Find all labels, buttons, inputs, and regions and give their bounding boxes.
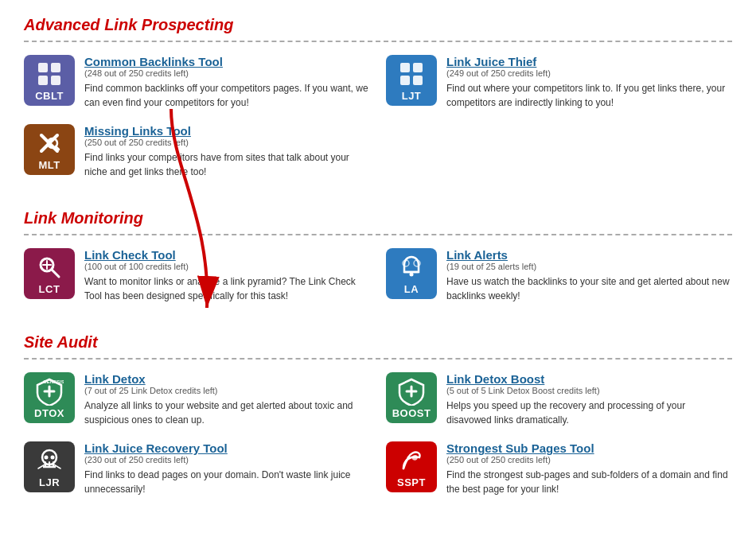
tool-item-ljr: LJR Link Juice Recovery Tool (230 out of… — [24, 441, 370, 496]
tool-title-mlt[interactable]: Missing Links Tool — [84, 124, 370, 138]
tool-credits-ljr: (230 out of 250 credits left) — [84, 455, 370, 465]
tool-title-lct[interactable]: Link Check Tool — [84, 248, 370, 262]
section-divider-lm — [24, 234, 732, 235]
tool-description-mlt: Find links your competitors have from si… — [84, 150, 370, 179]
tool-credits-ljt: (249 out of 250 credits left) — [446, 68, 732, 78]
svg-point-26 — [45, 455, 49, 459]
ljt-icon — [397, 60, 426, 88]
tool-credits-dtox: (7 out of 25 Link Detox credits left) — [84, 386, 370, 395]
tool-icon-boost[interactable]: BOOST — [386, 372, 437, 423]
svg-rect-6 — [400, 76, 410, 85]
section-divider-sa — [24, 358, 732, 360]
tool-item-lct: LCT Link Check Tool (100 out of 100 cred… — [24, 248, 370, 303]
tool-item-boost: BOOST Link Detox Boost (5 out of 5 Link … — [386, 372, 732, 427]
tool-icon-sspt[interactable]: SSPT — [386, 441, 437, 492]
boost-label: BOOST — [392, 407, 431, 419]
section-divider-alp — [24, 41, 732, 42]
tool-credits-cblt: (248 out of 250 credits left) — [84, 68, 370, 78]
sspt-icon — [397, 446, 426, 475]
la-icon — [397, 253, 426, 282]
tools-grid-sa: GENESIS DTOX Link Detox (7 out of 25 Lin… — [24, 372, 732, 511]
tool-content-lct: Link Check Tool (100 out of 100 credits … — [84, 248, 370, 303]
tool-content-la: Link Alerts (19 out of 25 alerts left) H… — [446, 248, 732, 303]
lm-relative-wrapper: LCT Link Check Tool (100 out of 100 cred… — [24, 248, 732, 317]
svg-text:GENESIS: GENESIS — [43, 379, 64, 384]
tool-icon-ljt[interactable]: LJT — [386, 55, 437, 106]
ljr-label: LJR — [39, 476, 60, 488]
section-title-sa: Site Audit — [24, 333, 732, 352]
sspt-label: SSPT — [397, 476, 426, 488]
tool-item-ljt: LJT Link Juice Thief (249 out of 250 cre… — [386, 55, 732, 110]
lct-label: LCT — [39, 283, 60, 295]
tool-icon-ljr[interactable]: LJR — [24, 441, 75, 492]
svg-rect-4 — [400, 63, 410, 72]
section-title-lm: Link Monitoring — [24, 209, 732, 227]
tool-description-la: Have us watch the backlinks to your site… — [446, 274, 732, 303]
tool-title-dtox[interactable]: Link Detox — [84, 372, 370, 386]
dtox-icon: GENESIS — [35, 377, 64, 406]
empty-cell-alp — [386, 124, 732, 193]
tool-content-boost: Link Detox Boost (5 out of 5 Link Detox … — [446, 372, 732, 427]
page-container: Advanced Link Prospecting CBLT Common Ba… — [0, 0, 756, 542]
mlt-label: MLT — [38, 159, 60, 171]
tool-content-ljt: Link Juice Thief (249 out of 250 credits… — [446, 55, 732, 110]
tool-description-ljr: Find links to dead pages on your domain.… — [84, 468, 370, 496]
tool-icon-lct[interactable]: LCT — [24, 248, 75, 299]
tool-credits-sspt: (250 out of 250 credits left) — [446, 455, 732, 465]
svg-line-14 — [52, 270, 59, 277]
tool-credits-lct: (100 out of 100 credits left) — [84, 262, 370, 271]
tool-item-sspt: SSPT Strongest Sub Pages Tool (250 out o… — [386, 441, 732, 496]
tool-title-cblt[interactable]: Common Backlinks Tool — [84, 55, 370, 68]
tool-content-dtox: Link Detox (7 out of 25 Link Detox credi… — [84, 372, 370, 427]
tool-description-ljt: Find out where your competitors link to.… — [446, 81, 732, 110]
tools-grid-lm: LCT Link Check Tool (100 out of 100 cred… — [24, 248, 732, 317]
la-label: LA — [404, 283, 419, 295]
tool-description-sspt: Find the strongest sub-pages and sub-fol… — [446, 468, 732, 496]
svg-rect-1 — [51, 63, 60, 72]
tool-icon-la[interactable]: LA — [386, 248, 437, 299]
svg-rect-7 — [413, 76, 423, 85]
mlt-icon — [35, 129, 64, 157]
tool-credits-la: (19 out of 25 alerts left) — [446, 262, 732, 271]
svg-rect-3 — [51, 76, 60, 85]
section-title-alp: Advanced Link Prospecting — [24, 16, 732, 34]
ljt-label: LJT — [402, 90, 422, 102]
tool-content-cblt: Common Backlinks Tool (248 out of 250 cr… — [84, 55, 370, 110]
svg-rect-0 — [38, 63, 48, 72]
ljr-icon — [35, 446, 64, 475]
tool-description-boost: Helps you speed up the recovery and proc… — [446, 398, 732, 427]
tool-item-la: LA Link Alerts (19 out of 25 alerts left… — [386, 248, 732, 303]
tool-description-lct: Want to monitor links or analyze a link … — [84, 274, 370, 303]
svg-point-27 — [51, 455, 55, 459]
tool-icon-cblt[interactable]: CBLT — [24, 55, 75, 106]
tools-grid-alp: CBLT Common Backlinks Tool (248 out of 2… — [24, 55, 732, 193]
tool-content-mlt: Missing Links Tool (250 out of 250 credi… — [84, 124, 370, 179]
boost-icon — [397, 377, 426, 406]
tool-title-ljt[interactable]: Link Juice Thief — [446, 55, 732, 68]
tool-title-la[interactable]: Link Alerts — [446, 248, 732, 262]
section-site-audit: Site Audit GENESIS DTOX Link Detox (7 ou… — [24, 333, 732, 511]
tool-title-boost[interactable]: Link Detox Boost — [446, 372, 732, 386]
tool-icon-dtox[interactable]: GENESIS DTOX — [24, 372, 75, 423]
lct-icon — [35, 253, 64, 282]
section-advanced-link-prospecting: Advanced Link Prospecting CBLT Common Ba… — [24, 16, 732, 193]
tool-item-dtox: GENESIS DTOX Link Detox (7 out of 25 Lin… — [24, 372, 370, 427]
tool-description-cblt: Find common backlinks off your competito… — [84, 81, 370, 110]
cblt-icon — [35, 60, 64, 88]
tool-icon-mlt[interactable]: MLT — [24, 124, 75, 175]
tool-content-ljr: Link Juice Recovery Tool (230 out of 250… — [84, 441, 370, 496]
tool-item-mlt: MLT Missing Links Tool (250 out of 250 c… — [24, 124, 370, 179]
tool-credits-boost: (5 out of 5 Link Detox Boost credits lef… — [446, 386, 732, 395]
tool-credits-mlt: (250 out of 250 credits left) — [84, 138, 370, 147]
tool-title-ljr[interactable]: Link Juice Recovery Tool — [84, 441, 370, 455]
svg-rect-2 — [38, 76, 48, 85]
dtox-label: DTOX — [34, 407, 64, 419]
svg-point-17 — [410, 272, 414, 276]
svg-rect-5 — [413, 63, 423, 72]
tool-content-sspt: Strongest Sub Pages Tool (250 out of 250… — [446, 441, 732, 496]
section-link-monitoring: Link Monitoring — [24, 209, 732, 317]
tool-title-sspt[interactable]: Strongest Sub Pages Tool — [446, 441, 732, 455]
cblt-label: CBLT — [35, 90, 64, 102]
tool-description-dtox: Analyze all links to your website and ge… — [84, 398, 370, 427]
tool-item-cblt: CBLT Common Backlinks Tool (248 out of 2… — [24, 55, 370, 110]
